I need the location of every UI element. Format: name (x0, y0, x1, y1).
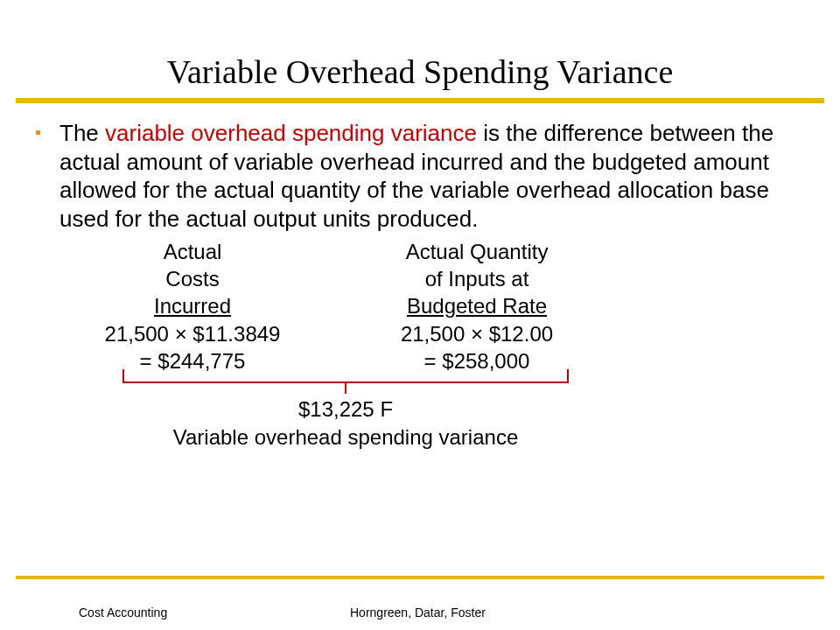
col-left-h1: Actual (44, 238, 341, 265)
bracket-icon (122, 382, 569, 394)
variance-label: Variable overhead spending variance (122, 424, 569, 452)
col-left-calc: 21,500 × $11.3849 (44, 320, 341, 347)
footer-left: Cost Accounting (79, 606, 167, 620)
col-right-h1: Actual Quantity (341, 238, 612, 265)
col-left-result: = $244,775 (44, 347, 341, 374)
bottom-rule (16, 576, 824, 579)
col-actual-costs: Actual Costs Incurred 21,500 × $11.3849 … (44, 238, 341, 374)
col-right-result: = $258,000 (341, 347, 612, 374)
calc-columns: Actual Costs Incurred 21,500 × $11.3849 … (44, 238, 805, 374)
col-budgeted-rate: Actual Quantity of Inputs at Budgeted Ra… (341, 238, 612, 374)
footer-right: Horngreen, Datar, Foster (350, 606, 486, 620)
col-left-h3: Incurred (44, 292, 341, 319)
body: ▪ The variable overhead spending varianc… (0, 103, 840, 452)
bullet-item: ▪ The variable overhead spending varianc… (35, 119, 805, 233)
bullet-emphasis: variable overhead spending variance (105, 120, 477, 146)
bullet-icon: ▪ (35, 119, 60, 145)
variance-text: $13,225 F Variable overhead spending var… (122, 396, 569, 452)
bullet-prefix: The (60, 120, 105, 146)
variance-block: $13,225 F Variable overhead spending var… (122, 382, 569, 452)
col-right-h2: of Inputs at (341, 265, 612, 292)
variance-amount: $13,225 F (122, 396, 569, 424)
col-right-calc: 21,500 × $12.00 (341, 320, 612, 347)
slide-title: Variable Overhead Spending Variance (0, 0, 840, 98)
col-left-h2: Costs (44, 265, 341, 292)
slide: Variable Overhead Spending Variance ▪ Th… (0, 0, 840, 630)
col-right-h3: Budgeted Rate (341, 292, 612, 319)
bullet-text: The variable overhead spending variance … (60, 119, 805, 233)
